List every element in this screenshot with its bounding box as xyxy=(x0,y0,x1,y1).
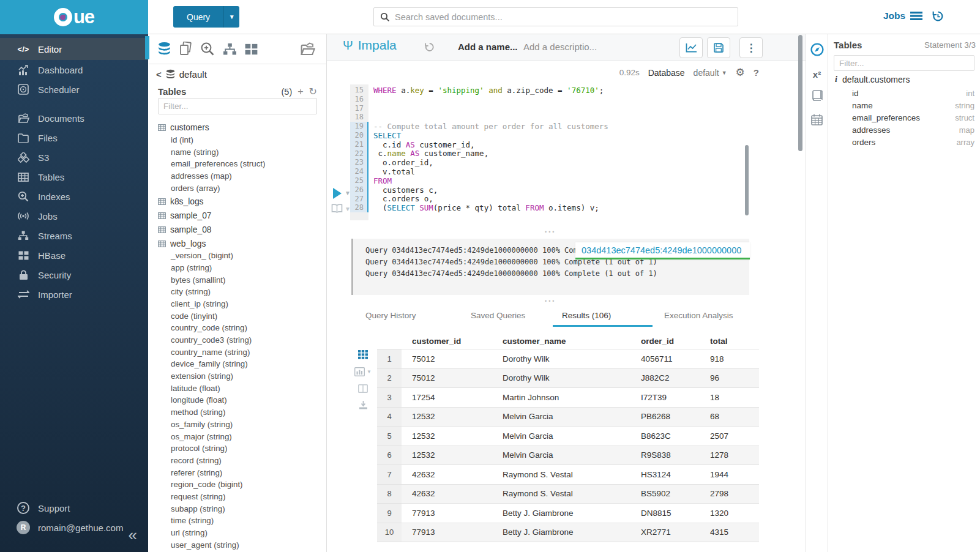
tab-saved-queries[interactable]: Saved Queries xyxy=(471,311,525,320)
code-line[interactable]: 21 c.id AS customer_id, xyxy=(350,140,779,149)
resize-handle-dots[interactable]: ••• xyxy=(545,229,556,235)
table-row[interactable]: 4 12532 Melvin Garcia PB6268 68 xyxy=(377,408,759,427)
sidebar-item-s3[interactable]: S3 xyxy=(0,147,148,167)
table-list-item[interactable]: os_family (string) xyxy=(158,419,322,431)
new-query-button-label[interactable]: Query xyxy=(173,6,223,28)
sidebar-item-importer[interactable]: Importer xyxy=(0,285,148,304)
column-header[interactable]: customer_id xyxy=(402,337,492,346)
resize-handle-dots[interactable]: ••• xyxy=(545,298,556,304)
table-list-item[interactable]: name (string) xyxy=(158,146,322,158)
sidebar-item-files[interactable]: Files xyxy=(0,128,148,147)
table-list-item[interactable]: time (string) xyxy=(158,515,322,527)
table-list-item[interactable]: longitude (float) xyxy=(158,394,322,406)
code-line[interactable]: 24 v.total xyxy=(350,167,779,176)
sidebar-item-tables[interactable]: Tables xyxy=(0,167,148,187)
table-list-item[interactable]: web_logs xyxy=(158,237,322,250)
apps-grid-assist-icon[interactable] xyxy=(245,43,258,55)
table-row[interactable]: 1 75012 Dorothy Wilk 4056711 918 xyxy=(377,349,759,369)
jobs-link[interactable]: Jobs xyxy=(883,10,922,21)
query-dropdown-caret-icon[interactable]: ▼ xyxy=(223,6,239,28)
search-assist-icon[interactable] xyxy=(200,42,215,56)
column-header[interactable]: customer_name xyxy=(492,337,628,346)
hue-logo[interactable]: ue xyxy=(0,0,148,34)
sidebar-item-indexes[interactable]: Indexes xyxy=(0,187,148,206)
column-row[interactable]: email_preferences struct xyxy=(852,111,974,124)
chart-button[interactable] xyxy=(679,37,703,58)
table-list-item[interactable]: subapp (string) xyxy=(158,502,322,515)
database-breadcrumb[interactable]: < default xyxy=(156,69,207,80)
execute-options-caret-icon[interactable]: ▼ xyxy=(345,190,351,196)
table-row[interactable]: 7 42632 Raymond S. Vestal HS3124 1944 xyxy=(377,465,759,485)
database-name[interactable]: default xyxy=(179,69,207,80)
sidebar-item-security[interactable]: Security xyxy=(0,265,148,285)
code-line[interactable]: 23 o.order_id, xyxy=(350,158,779,167)
table-list-item[interactable]: latitude (float) xyxy=(158,382,322,394)
table-list-item[interactable]: user_agent (string) xyxy=(158,539,322,551)
more-actions-button[interactable]: ⋮ xyxy=(739,37,763,58)
query-name-field[interactable]: Add a name... xyxy=(458,42,518,52)
query-id-link[interactable]: 034d413ec7474ed5:4249de1000000000 xyxy=(575,242,750,259)
table-list-item[interactable]: client_ip (string) xyxy=(158,298,322,310)
column-row[interactable]: orders array xyxy=(852,136,974,149)
download-icon[interactable] xyxy=(359,401,368,409)
database-assist-icon[interactable] xyxy=(158,42,171,56)
sidebar-item-hbase[interactable]: HBase xyxy=(0,245,148,265)
code-line[interactable]: 26 customers c, xyxy=(350,185,779,195)
save-button[interactable] xyxy=(707,37,730,58)
database-selector[interactable]: default ▼ xyxy=(694,68,727,78)
reference-caret-icon[interactable]: ▼ xyxy=(345,206,351,212)
tab-execution-analysis[interactable]: Execution Analysis xyxy=(664,311,733,320)
sidebar-item-scheduler[interactable]: Scheduler xyxy=(0,80,148,99)
sidebar-item-support[interactable]: ? Support xyxy=(0,498,148,518)
active-table-row[interactable]: i default.customers xyxy=(835,75,910,84)
sidebar-item-editor[interactable]: </> Editor xyxy=(0,38,148,60)
code-line[interactable]: 17 xyxy=(350,104,779,113)
column-header[interactable]: total xyxy=(697,337,759,346)
table-row[interactable]: 3 17254 Martin Johnson I72T39 18 xyxy=(377,388,759,408)
code-line[interactable]: 15 WHERE a.key = 'shipping' and a.zip_co… xyxy=(350,86,779,95)
language-docs-icon[interactable] xyxy=(811,90,823,103)
column-row[interactable]: addresses map xyxy=(852,124,974,136)
table-row[interactable]: 9 77913 Betty J. Giambrone DN8815 1320 xyxy=(377,504,759,523)
tab-results[interactable]: Results (106) xyxy=(562,311,611,320)
grid-view-icon[interactable] xyxy=(358,350,368,359)
sidebar-item-jobs[interactable]: Jobs xyxy=(0,206,148,226)
new-query-button[interactable]: Query ▼ xyxy=(173,6,239,28)
table-row[interactable]: 2 75012 Dorothy Wilk J882C2 96 xyxy=(377,369,759,389)
table-list-item[interactable]: request (string) xyxy=(158,491,322,503)
column-row[interactable]: id int xyxy=(852,87,974,99)
column-row[interactable]: name string xyxy=(852,99,974,111)
sidebar-item-streams[interactable]: Streams xyxy=(0,226,148,245)
global-search[interactable] xyxy=(373,7,738,26)
table-list-item[interactable]: referer (string) xyxy=(158,466,322,479)
info-icon[interactable]: i xyxy=(835,75,837,84)
code-line[interactable]: 20 SELECT xyxy=(350,131,779,140)
table-list-item[interactable]: extension (string) xyxy=(158,370,322,382)
table-list-item[interactable]: customers xyxy=(158,122,322,134)
table-list-item[interactable]: method (string) xyxy=(158,406,322,419)
table-list-item[interactable]: city (string) xyxy=(158,286,322,298)
right-filter-input[interactable] xyxy=(834,55,974,71)
code-line[interactable]: 22 c.name AS customer_name, xyxy=(350,149,779,159)
functions-icon[interactable]: x² xyxy=(813,69,821,80)
editor-scrollbar[interactable] xyxy=(745,145,749,215)
code-line[interactable]: 28 (SELECT SUM(price * qty) total FROM o… xyxy=(350,203,779,212)
table-list-item[interactable]: _version_ (bigint) xyxy=(158,250,322,262)
sidebar-item-dashboard[interactable]: Dashboard xyxy=(0,60,148,80)
query-description-field[interactable]: Add a descriptio... xyxy=(523,42,597,52)
search-input[interactable] xyxy=(395,12,731,22)
refresh-tables-icon[interactable]: ↻ xyxy=(309,86,317,97)
table-list-item[interactable]: region_code (bigint) xyxy=(158,479,322,491)
table-list-item[interactable]: country_code (string) xyxy=(158,322,322,334)
sitemap-assist-icon[interactable] xyxy=(223,43,237,56)
sidebar-item-user[interactable]: R romain@gethue.com xyxy=(0,518,148,537)
execute-query-button[interactable] xyxy=(333,188,342,199)
query-versions-icon[interactable] xyxy=(424,42,435,55)
chart-view-icon[interactable]: ▼ xyxy=(354,367,372,376)
table-row[interactable]: 6 12532 Melvin Garcia R9S838 1278 xyxy=(377,446,759,466)
tables-filter-input[interactable] xyxy=(158,98,317,114)
tab-query-history[interactable]: Query History xyxy=(365,311,416,320)
sidebar-collapse-icon[interactable]: « xyxy=(129,526,137,545)
query-history-icon[interactable] xyxy=(931,10,944,25)
table-list-item[interactable]: sample_08 xyxy=(158,224,322,236)
